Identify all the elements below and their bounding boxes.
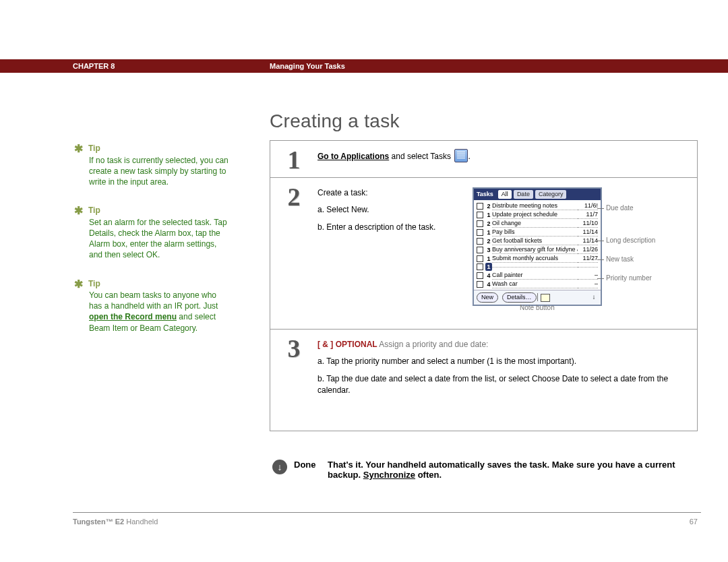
device-task-row[interactable]: 1Submit monthly accruals11/27 [474, 254, 601, 263]
priority-number[interactable]: 1 [485, 255, 492, 263]
device-title: Tasks [477, 190, 493, 199]
device-task-row[interactable]: 1 [474, 263, 601, 271]
task-description[interactable]: Update project schedule [492, 210, 578, 219]
device-task-row[interactable]: 3Buy anniversary gift for Midyne & Greg1… [474, 245, 601, 254]
device-screenshot: Tasks All Date Category 2Distribute meet… [473, 187, 602, 306]
task-date[interactable]: 11/14 [578, 228, 598, 237]
step2-instructions: Create a task: a. Select New. b. Enter a… [317, 187, 473, 233]
step-3: 3 [ & ] OPTIONAL Assign a priority and d… [270, 330, 697, 431]
device-task-row[interactable]: 4Wash car– [474, 280, 601, 288]
priority-number[interactable]: 2 [485, 220, 492, 228]
task-date[interactable]: 11/7 [578, 210, 598, 219]
priority-number[interactable]: 2 [485, 237, 492, 245]
go-to-applications-link[interactable]: Go to Applications [317, 152, 389, 161]
step-body: [ & ] OPTIONAL Assign a priority and due… [317, 330, 697, 431]
tip-1: ✱Tip If no task is currently selected, y… [74, 140, 229, 187]
tip-label: Tip [88, 279, 100, 288]
task-date[interactable]: – [578, 280, 598, 288]
task-date[interactable]: 11/10 [578, 219, 598, 228]
device-task-row[interactable]: 1Update project schedule11/7 [474, 210, 601, 219]
step-body: Create a task: a. Select New. b. Enter a… [317, 178, 697, 329]
task-description[interactable]: Buy anniversary gift for Midyne & Greg [492, 245, 578, 254]
synchronize-link[interactable]: Synchronize [363, 470, 415, 480]
priority-number[interactable]: 1 [485, 228, 492, 237]
priority-number[interactable]: 2 [485, 202, 492, 210]
task-description[interactable] [492, 267, 578, 268]
device-task-row[interactable]: 1Pay bills11/14 [474, 228, 601, 237]
footer-product: Tungsten™ E2 Handheld [73, 518, 158, 526]
done-text-post: often. [415, 470, 442, 480]
callout-priority-number: Priority number [606, 274, 652, 284]
checkbox-icon[interactable] [477, 255, 483, 262]
task-date[interactable]: 11/14 [578, 237, 598, 245]
tip-body: Set an alarm for the selected task. Tap … [89, 217, 229, 261]
tip-body: If no task is currently selected, you ca… [89, 155, 229, 188]
task-description[interactable]: Call painter [492, 271, 578, 280]
page-number: 67 [690, 518, 698, 526]
device-new-button[interactable]: New [477, 292, 498, 303]
task-description[interactable]: Oil change [492, 219, 578, 228]
callout-long-description: Long description [606, 236, 655, 246]
checkbox-icon[interactable] [477, 281, 483, 288]
device-task-row[interactable]: 2Distribute meeting notes11/6! [474, 201, 601, 210]
checkbox-icon[interactable] [477, 272, 483, 279]
device-figure: Tasks All Date Category 2Distribute meet… [473, 187, 689, 233]
task-date[interactable]: – [578, 271, 598, 280]
product-name: Tungsten™ E2 [73, 518, 124, 526]
tip-label: Tip [88, 144, 100, 153]
task-description[interactable]: Get football tickets [492, 237, 578, 245]
step-number: 3 [270, 330, 317, 431]
task-date[interactable] [578, 267, 598, 268]
priority-number[interactable]: 4 [485, 280, 492, 288]
footer-rule [73, 512, 701, 513]
device-tab-all[interactable]: All [498, 190, 512, 199]
checkbox-icon[interactable] [477, 247, 483, 253]
asterisk-icon: ✱ [74, 278, 83, 290]
device-task-row[interactable]: 2Get football tickets11/14 [474, 237, 601, 245]
chapter-title: Managing Your Tasks [270, 59, 728, 73]
task-description[interactable]: Submit monthly accruals [492, 254, 578, 263]
priority-number[interactable]: 1 [485, 263, 492, 271]
step-1: 1 Go to Applications and select Tasks . [270, 141, 697, 178]
page-title: Creating a task [270, 111, 400, 132]
device-tab-category[interactable]: Category [535, 190, 567, 199]
optional-text: Assign a priority and due date: [377, 340, 489, 349]
note-button-icon[interactable] [541, 294, 550, 302]
device-task-list: 2Distribute meeting notes11/6!1Update pr… [474, 200, 601, 290]
device-task-row[interactable]: 4Call painter– [474, 271, 601, 280]
task-date[interactable]: 11/27 [578, 254, 598, 263]
done-bar: ↓ Done That's it. Your handheld automati… [270, 451, 698, 480]
scroll-down-icon[interactable]: ↓ [590, 292, 598, 303]
step-number: 1 [270, 141, 317, 177]
step-sub-a: a. Tap the priority number and select a … [317, 356, 689, 367]
step-text: . [468, 152, 470, 161]
device-task-row[interactable]: 2Oil change11/10 [474, 219, 601, 228]
priority-number[interactable]: 1 [485, 211, 492, 219]
checkbox-icon[interactable] [477, 238, 483, 245]
tip-sidebar: ✱Tip If no task is currently selected, y… [74, 140, 229, 348]
tip-3: ✱Tip You can beam tasks to anyone who ha… [74, 276, 229, 334]
step-number: 2 [270, 178, 317, 329]
checkbox-icon[interactable] [477, 263, 483, 270]
step-body: Go to Applications and select Tasks . [317, 141, 697, 177]
task-description[interactable]: Wash car [492, 280, 578, 288]
done-label: Done [294, 460, 328, 480]
done-arrow-icon: ↓ [272, 460, 287, 474]
step-2: 2 Create a task: a. Select New. b. Enter… [270, 178, 697, 330]
checkbox-icon[interactable] [477, 212, 483, 218]
callout-new-task: New task [606, 255, 634, 265]
checkbox-icon[interactable] [477, 229, 483, 236]
task-date[interactable]: 11/6! [578, 201, 598, 210]
open-record-menu-link[interactable]: open the Record menu [89, 312, 177, 321]
task-date[interactable]: 11/26 [578, 245, 598, 254]
done-text: That's it. Your handheld automatically s… [328, 460, 698, 480]
checkbox-icon[interactable] [477, 220, 483, 227]
header-bar: CHAPTER 8 Managing Your Tasks [0, 59, 728, 73]
task-description[interactable]: Distribute meeting notes [492, 201, 578, 210]
device-details-button[interactable]: Details… [502, 292, 537, 303]
priority-number[interactable]: 3 [485, 246, 492, 254]
priority-number[interactable]: 4 [485, 272, 492, 280]
task-description[interactable]: Pay bills [492, 228, 578, 237]
device-tab-date[interactable]: Date [514, 190, 533, 199]
checkbox-icon[interactable] [477, 203, 483, 210]
